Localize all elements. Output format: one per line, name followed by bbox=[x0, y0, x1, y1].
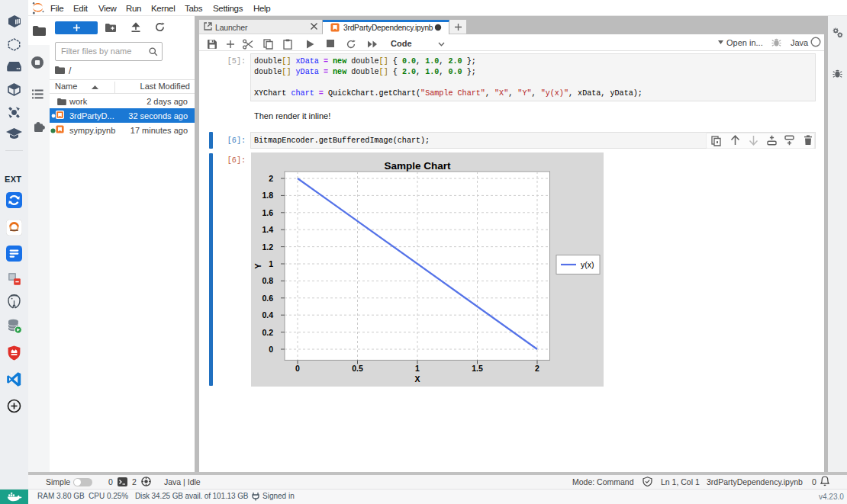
svg-text:0: 0 bbox=[295, 364, 300, 373]
svg-text:0.4: 0.4 bbox=[262, 310, 273, 319]
svg-text:1.8: 1.8 bbox=[262, 191, 273, 200]
svg-text:Y: Y bbox=[253, 263, 262, 269]
svg-text:1.6: 1.6 bbox=[262, 208, 273, 217]
svg-text:X: X bbox=[414, 374, 420, 384]
svg-text:1.5: 1.5 bbox=[472, 364, 483, 373]
svg-text:y(x): y(x) bbox=[581, 260, 594, 269]
svg-text:0.5: 0.5 bbox=[352, 364, 363, 373]
svg-text:Sample Chart: Sample Chart bbox=[384, 160, 451, 172]
svg-text:0.8: 0.8 bbox=[262, 276, 273, 285]
svg-text:1: 1 bbox=[269, 259, 273, 268]
svg-text:1.2: 1.2 bbox=[262, 242, 273, 252]
svg-text:1.4: 1.4 bbox=[262, 225, 273, 234]
svg-text:1: 1 bbox=[415, 364, 420, 373]
svg-text:0.6: 0.6 bbox=[262, 294, 273, 303]
svg-text:2: 2 bbox=[535, 364, 539, 373]
svg-text:2: 2 bbox=[269, 174, 273, 183]
svg-text:0.2: 0.2 bbox=[262, 328, 273, 337]
svg-text:0: 0 bbox=[269, 345, 273, 354]
